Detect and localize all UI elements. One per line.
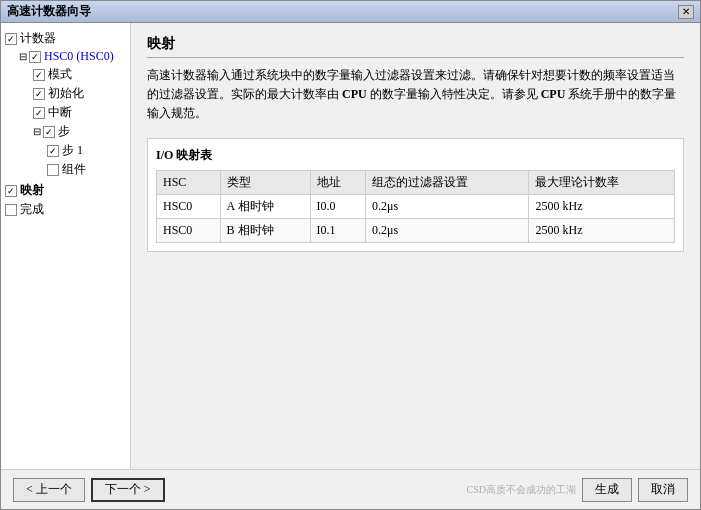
close-button[interactable]: ✕ bbox=[678, 5, 694, 19]
prev-button[interactable]: < 上一个 bbox=[13, 478, 85, 502]
sidebar-item-step[interactable]: ⊟ 步 bbox=[33, 122, 126, 141]
col-header-maxrate: 最大理论计数率 bbox=[529, 170, 675, 194]
window-title: 高速计数器向导 bbox=[7, 3, 91, 20]
sidebar-label-mapping: 映射 bbox=[20, 182, 44, 199]
sidebar-item-step1[interactable]: 步 1 bbox=[47, 141, 126, 160]
cpu-text-2: CPU bbox=[541, 87, 566, 101]
io-table-section: I/O 映射表 HSC 类型 地址 组态的过滤器设置 最大理论计数率 HSC0A… bbox=[147, 138, 684, 252]
col-header-filter: 组态的过滤器设置 bbox=[366, 170, 529, 194]
sidebar-label-counter: 计数器 bbox=[20, 30, 56, 47]
checkbox-interrupt bbox=[33, 107, 45, 119]
col-header-hsc: HSC bbox=[157, 170, 221, 194]
checkbox-component bbox=[47, 164, 59, 176]
main-window: 高速计数器向导 ✕ 计数器 ⊟ HSC0 (HSC0) 模式 bbox=[0, 0, 701, 510]
table-row: HSC0B 相时钟I0.10.2μs2500 kHz bbox=[157, 218, 675, 242]
sidebar-item-counter[interactable]: 计数器 bbox=[5, 29, 126, 48]
cell-max_rate: 2500 kHz bbox=[529, 194, 675, 218]
cell-filter: 0.2μs bbox=[366, 194, 529, 218]
checkbox-finish bbox=[5, 204, 17, 216]
content-area: 计数器 ⊟ HSC0 (HSC0) 模式 初始化 中断 bbox=[1, 23, 700, 469]
cell-max_rate: 2500 kHz bbox=[529, 218, 675, 242]
sidebar-label-mode: 模式 bbox=[48, 66, 72, 83]
sidebar-item-interrupt[interactable]: 中断 bbox=[33, 103, 126, 122]
cell-hsc: HSC0 bbox=[157, 194, 221, 218]
col-header-address: 地址 bbox=[310, 170, 365, 194]
main-panel: 映射 高速计数器输入通过系统块中的数字量输入过滤器设置来过滤。请确保针对想要计数… bbox=[131, 23, 700, 469]
sidebar-label-step1: 步 1 bbox=[62, 142, 83, 159]
checkbox-step bbox=[43, 126, 55, 138]
checkbox-init bbox=[33, 88, 45, 100]
checkbox-mapping bbox=[5, 185, 17, 197]
sidebar-item-finish[interactable]: 完成 bbox=[5, 200, 126, 219]
description-text: 高速计数器输入通过系统块中的数字量输入过滤器设置来过滤。请确保针对想要计数的频率… bbox=[147, 66, 684, 124]
bottom-bar: < 上一个 下一个 > CSD高质不会成功的工湖 生成 取消 bbox=[1, 469, 700, 509]
sidebar: 计数器 ⊟ HSC0 (HSC0) 模式 初始化 中断 bbox=[1, 23, 131, 469]
cell-type: B 相时钟 bbox=[220, 218, 310, 242]
sidebar-item-component[interactable]: 组件 bbox=[47, 160, 126, 179]
checkbox-counter bbox=[5, 33, 17, 45]
title-bar: 高速计数器向导 ✕ bbox=[1, 1, 700, 23]
next-button[interactable]: 下一个 > bbox=[91, 478, 165, 502]
table-header-row: HSC 类型 地址 组态的过滤器设置 最大理论计数率 bbox=[157, 170, 675, 194]
io-mapping-table: HSC 类型 地址 组态的过滤器设置 最大理论计数率 HSC0A 相时钟I0.0… bbox=[156, 170, 675, 243]
table-row: HSC0A 相时钟I0.00.2μs2500 kHz bbox=[157, 194, 675, 218]
section-title: 映射 bbox=[147, 35, 684, 58]
bottom-right-area: CSD高质不会成功的工湖 生成 取消 bbox=[467, 478, 688, 502]
watermark-text: CSD高质不会成功的工湖 bbox=[467, 483, 576, 497]
cell-filter: 0.2μs bbox=[366, 218, 529, 242]
generate-button[interactable]: 生成 bbox=[582, 478, 632, 502]
sidebar-label-interrupt: 中断 bbox=[48, 104, 72, 121]
io-table-title: I/O 映射表 bbox=[156, 147, 675, 164]
sidebar-item-init[interactable]: 初始化 bbox=[33, 84, 126, 103]
sidebar-label-step: 步 bbox=[58, 123, 70, 140]
sidebar-item-hsc0[interactable]: ⊟ HSC0 (HSC0) bbox=[19, 48, 126, 65]
checkbox-step1 bbox=[47, 145, 59, 157]
sidebar-label-component: 组件 bbox=[62, 161, 86, 178]
sidebar-label-finish: 完成 bbox=[20, 201, 44, 218]
cancel-button[interactable]: 取消 bbox=[638, 478, 688, 502]
expand-icon-step: ⊟ bbox=[33, 126, 41, 137]
cpu-text-1: CPU bbox=[342, 87, 367, 101]
cell-hsc: HSC0 bbox=[157, 218, 221, 242]
cell-address: I0.1 bbox=[310, 218, 365, 242]
bottom-left-buttons: < 上一个 下一个 > bbox=[13, 478, 165, 502]
cell-type: A 相时钟 bbox=[220, 194, 310, 218]
col-header-type: 类型 bbox=[220, 170, 310, 194]
sidebar-item-mapping[interactable]: 映射 bbox=[5, 181, 126, 200]
sidebar-label-init: 初始化 bbox=[48, 85, 84, 102]
sidebar-label-hsc0: HSC0 (HSC0) bbox=[44, 49, 114, 64]
checkbox-hsc0 bbox=[29, 51, 41, 63]
sidebar-item-mode[interactable]: 模式 bbox=[33, 65, 126, 84]
expand-icon-hsc0: ⊟ bbox=[19, 51, 27, 62]
cell-address: I0.0 bbox=[310, 194, 365, 218]
checkbox-mode bbox=[33, 69, 45, 81]
